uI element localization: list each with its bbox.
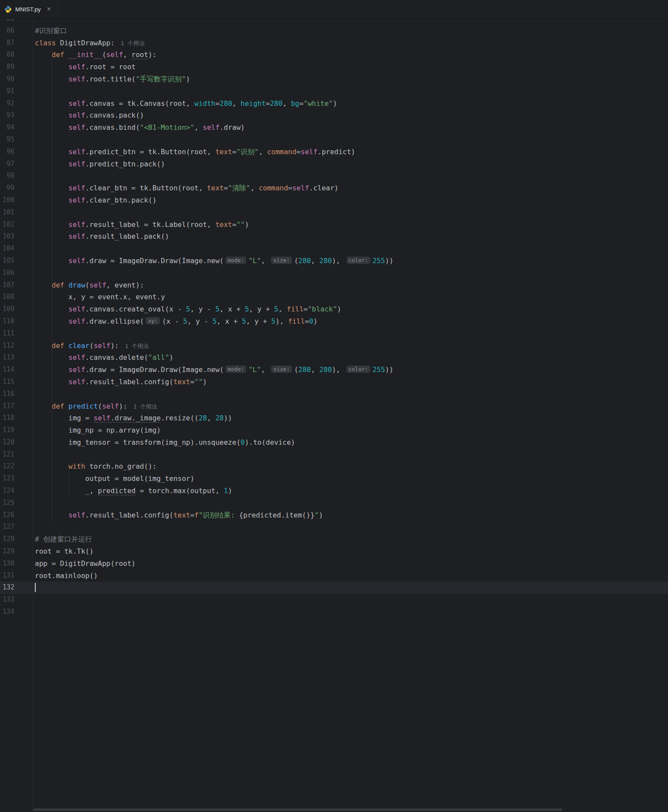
code-text[interactable] [33,267,35,279]
code-text[interactable] [33,243,35,255]
code-text[interactable]: self.predict_btn.pack() [33,158,165,170]
code-text[interactable]: #识别窗口 [33,25,67,37]
code-line[interactable]: 102 self.result_label = tk.Label(root, t… [0,219,668,231]
line-number[interactable]: 103 [0,230,33,243]
code-text[interactable]: img_tensor = transform(img_np).unsqueeze… [33,436,295,449]
code-line[interactable]: 98 [0,170,668,182]
code-line[interactable]: 124 _, predicted = torch.max(output, 1) [0,485,668,497]
code-text[interactable]: root = tk.Tk() [33,545,94,558]
code-text[interactable]: class DigitDrawApp:1 个用法 [33,37,145,49]
code-line[interactable]: 125 [0,497,668,509]
code-line[interactable]: 99 self.clear_btn = tk.Button(root, text… [0,182,668,194]
code-line[interactable]: 111 [0,328,668,340]
inlay-hint-chip[interactable]: color: [346,257,370,264]
code-line[interactable]: 130app = DigitDrawApp(root) [0,558,668,570]
code-line[interactable]: 123 output = model(img_tensor) [0,473,668,485]
line-number[interactable]: 127 [0,521,33,533]
code-line[interactable]: 115 self.result_label.config(text="") [0,376,668,388]
code-text[interactable]: self.clear_btn.pack() [33,194,156,206]
usages-hint[interactable]: 1 个用法 [133,403,157,410]
code-line[interactable]: 94 self.canvas.bind("<B1-Motion>", self.… [0,122,668,134]
code-line[interactable]: 93 self.canvas.pack() [0,109,668,122]
line-number[interactable]: 90 [0,73,33,85]
code-text[interactable]: self.canvas.bind("<B1-Motion>", self.dra… [33,122,245,134]
code-line[interactable]: 126 self.result_label.config(text=f"识别结果… [0,509,668,521]
inlay-hint-chip[interactable]: size: [271,365,292,373]
code-text[interactable]: self.canvas.delete("all") [33,352,173,364]
code-text[interactable]: x, y = event.x, event.y [33,291,165,303]
code-line[interactable]: 129root = tk.Tk() [0,545,668,558]
tab-mnist-py[interactable]: MNIST.py × [0,0,58,18]
code-text[interactable] [33,497,35,509]
code-line[interactable]: 95 [0,134,668,146]
code-text[interactable]: self.draw = ImageDraw.Draw(Image.new(mod… [33,255,393,267]
code-line[interactable]: 113 self.canvas.delete("all") [0,352,668,364]
code-text[interactable]: self.canvas.pack() [33,109,144,122]
line-number[interactable]: 110 [0,315,33,328]
code-text[interactable]: self.root.title("手写数字识别") [33,73,190,85]
code-text[interactable]: app = DigitDrawApp(root) [33,558,136,570]
line-number[interactable]: 131 [0,570,33,582]
line-number[interactable]: 117 [0,400,33,413]
code-text[interactable] [33,328,35,340]
code-text[interactable]: self.result_label.pack() [33,230,169,243]
code-line[interactable]: 112 def clear(self):1 个用法 [0,340,668,352]
code-text[interactable]: self.result_label.config(text="") [33,376,207,388]
usages-hint[interactable]: 1 个用法 [125,343,149,349]
close-icon[interactable]: × [47,6,51,13]
code-line[interactable]: 127 [0,521,668,533]
code-line[interactable]: 108 x, y = event.x, event.y [0,291,668,303]
code-text[interactable] [33,594,35,606]
code-line[interactable]: 119 img_np = np.array(img) [0,424,668,436]
code-text[interactable]: # 创建窗口并运行 [33,533,92,545]
line-number[interactable]: 124 [0,485,33,497]
line-number[interactable]: 100 [0,194,33,206]
code-line[interactable]: 91 [0,85,668,98]
line-number[interactable]: 102 [0,219,33,231]
code-text[interactable]: root.mainloop() [33,570,98,582]
code-text[interactable]: output = model(img_tensor) [33,473,194,485]
line-number[interactable]: 132 [0,582,33,594]
code-text[interactable]: img = self.draw._image.resize((28, 28)) [33,412,232,424]
code-text[interactable]: _, predicted = torch.max(output, 1) [33,485,232,497]
line-number[interactable]: 116 [0,388,33,400]
horizontal-scrollbar-thumb[interactable] [33,809,562,811]
line-number[interactable]: 101 [0,206,33,219]
line-number[interactable]: 91 [0,85,33,98]
code-line[interactable]: 88 def __init__(self, root): [0,49,668,61]
code-line[interactable]: 118 img = self.draw._image.resize((28, 2… [0,412,668,424]
line-number[interactable]: 105 [0,255,33,267]
line-number[interactable]: 121 [0,449,33,461]
line-number[interactable]: 112 [0,340,33,352]
code-line[interactable]: 103 self.result_label.pack() [0,230,668,243]
code-text[interactable] [33,206,35,219]
code-text[interactable]: with torch.no_grad(): [33,460,156,473]
inlay-hint-chip[interactable]: mode: [225,257,246,264]
line-number[interactable]: 122 [0,460,33,473]
line-number[interactable]: 87 [0,37,33,49]
code-text[interactable]: def draw(self, event): [33,279,144,291]
line-number[interactable]: 134 [0,606,33,618]
line-number[interactable]: 92 [0,98,33,110]
code-text[interactable]: self.draw.ellipse(xy:(x - 5, y - 5, x + … [33,315,318,328]
code-line[interactable]: 120 img_tensor = transform(img_np).unsqu… [0,436,668,449]
code-line[interactable]: 122 with torch.no_grad(): [0,460,668,473]
code-text[interactable]: img_np = np.array(img) [33,424,161,436]
line-number[interactable]: 93 [0,109,33,122]
code-line[interactable]: 107 def draw(self, event): [0,279,668,291]
code-line[interactable]: 104 [0,243,668,255]
code-line[interactable]: 89 self.root = root [0,61,668,73]
code-line[interactable]: 133 [0,594,668,606]
code-text[interactable] [33,388,35,400]
line-number[interactable]: 97 [0,158,33,170]
code-line[interactable]: 101 [0,206,668,219]
code-line[interactable]: 105 self.draw = ImageDraw.Draw(Image.new… [0,255,668,267]
inlay-hint-chip[interactable]: xy: [146,317,160,325]
code-text[interactable] [33,449,35,461]
line-number[interactable]: 95 [0,134,33,146]
code-line[interactable]: 131root.mainloop() [0,570,668,582]
line-number[interactable]: 106 [0,267,33,279]
line-number[interactable]: 133 [0,594,33,606]
line-number[interactable]: 118 [0,412,33,424]
line-number[interactable]: 89 [0,61,33,73]
